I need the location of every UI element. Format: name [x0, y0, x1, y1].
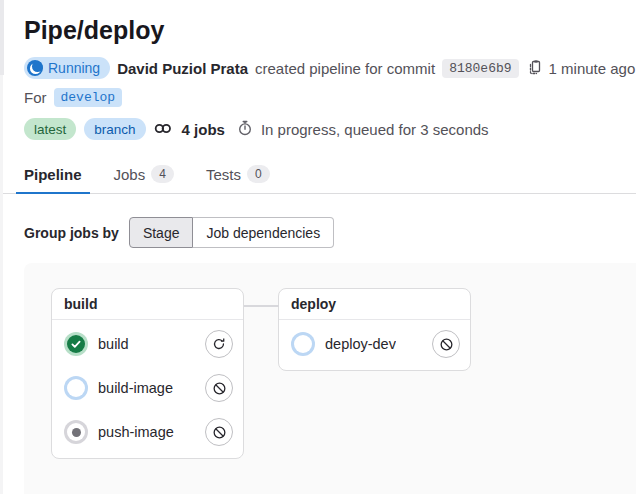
group-by-dependencies-button[interactable]: Job dependencies: [193, 217, 334, 248]
status-badge-label: Running: [48, 60, 100, 76]
branch-badge: branch: [84, 118, 145, 140]
stage-card: deploy deploy-dev: [278, 288, 471, 371]
window-left-edge-top: [0, 0, 4, 75]
tab-pipeline-label: Pipeline: [24, 166, 82, 183]
pipeline-graph-panel: build build: [24, 263, 636, 494]
job-action-button[interactable]: [205, 330, 233, 358]
job-name[interactable]: build-image: [98, 380, 173, 396]
byline-action-text: created pipeline for commit: [255, 60, 435, 77]
timer-icon: [237, 120, 253, 139]
tab-tests-label: Tests: [206, 166, 241, 183]
job-row[interactable]: deploy-dev: [279, 322, 470, 366]
latest-badge: latest: [24, 118, 76, 140]
stage-title: build: [52, 289, 243, 320]
commit-sha-link[interactable]: 8180e6b9: [442, 59, 518, 78]
job-status-icon: [64, 332, 88, 356]
ref-branch-link[interactable]: develop: [54, 88, 123, 107]
running-status-icon: [27, 60, 43, 76]
job-status-icon: [64, 420, 88, 444]
pipeline-tabs: Pipeline Jobs 4 Tests 0: [0, 155, 636, 194]
ref-line: For develop: [24, 88, 636, 107]
pipeline-page: Pipe/deploy Running David Puziol Prata c…: [0, 0, 636, 494]
job-name[interactable]: build: [98, 336, 129, 352]
job-status-icon: [291, 332, 315, 356]
pipeline-graph: build build: [24, 263, 636, 475]
job-name[interactable]: deploy-dev: [325, 336, 396, 352]
link-icon: [154, 121, 172, 138]
stage-card: build build: [51, 288, 244, 459]
job-row[interactable]: build-image: [52, 366, 243, 410]
status-badge: Running: [24, 57, 110, 79]
tab-pipeline[interactable]: Pipeline: [16, 155, 90, 194]
copy-to-clipboard-icon: [526, 59, 542, 78]
job-row[interactable]: build: [52, 322, 243, 366]
copy-commit-button[interactable]: [526, 59, 542, 78]
tab-jobs-count: 4: [151, 165, 174, 183]
stage-title: deploy: [279, 289, 470, 320]
pipeline-meta: latest branch 4 jobs In progress, queued…: [24, 118, 636, 140]
ref-prefix: For: [24, 89, 47, 106]
pipeline-status-text: In progress, queued for 3 seconds: [261, 121, 489, 138]
group-jobs-label: Group jobs by: [24, 225, 119, 241]
tab-jobs[interactable]: Jobs 4: [106, 155, 182, 194]
job-action-button[interactable]: [205, 374, 233, 402]
author-link[interactable]: David Puziol Prata: [117, 60, 248, 77]
job-row[interactable]: push-image: [52, 410, 243, 454]
job-list: deploy-dev: [279, 320, 470, 370]
page-title: Pipe/deploy: [24, 0, 636, 46]
job-status-icon: [64, 376, 88, 400]
job-name[interactable]: push-image: [98, 424, 174, 440]
group-jobs-controls: Group jobs by Stage Job dependencies: [24, 217, 636, 248]
tab-jobs-label: Jobs: [114, 166, 146, 183]
group-by-stage-button[interactable]: Stage: [129, 217, 194, 248]
jobs-count: 4 jobs: [182, 121, 225, 138]
job-list: build build-image: [52, 320, 243, 458]
group-by-segmented-control: Stage Job dependencies: [129, 217, 334, 248]
job-action-button[interactable]: [205, 418, 233, 446]
tab-tests[interactable]: Tests 0: [198, 155, 278, 194]
time-ago: 1 minute ago: [549, 60, 636, 77]
job-action-button[interactable]: [432, 330, 460, 358]
tab-tests-count: 0: [247, 165, 270, 183]
pipeline-byline: Running David Puziol Prata created pipel…: [24, 57, 636, 79]
